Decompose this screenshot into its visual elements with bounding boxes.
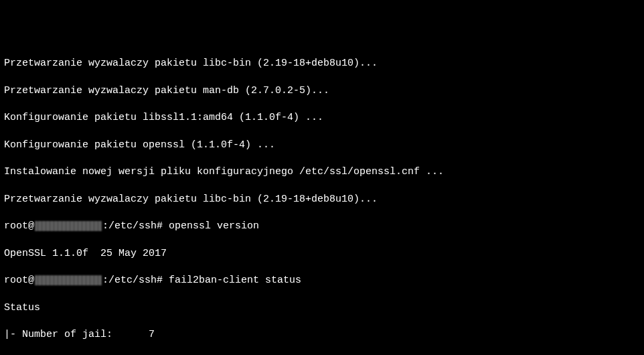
output-line: Przetwarzanie wyzwalaczy pakietu libc-bi… — [4, 57, 640, 70]
redacted-hostname — [35, 221, 102, 231]
prompt-user: root@ — [4, 275, 34, 286]
prompt-line: root@:/etc/ssh# fail2ban-client status — [4, 274, 640, 287]
prompt-path: :/etc/ssh# — [102, 275, 163, 286]
prompt-path: :/etc/ssh# — [102, 220, 163, 232]
output-line: Status — [4, 301, 640, 315]
output-line: Konfigurowanie pakietu openssl (1.1.0f-4… — [4, 139, 640, 152]
output-line: Instalowanie nowej wersji pliku konfigur… — [4, 165, 640, 179]
command-text: fail2ban-client status — [163, 275, 301, 286]
redacted-hostname — [35, 275, 102, 285]
output-line: Konfigurowanie pakietu libssl1.1:amd64 (… — [4, 111, 640, 125]
output-line: Przetwarzanie wyzwalaczy pakietu libc-bi… — [4, 193, 640, 206]
output-line: OpenSSL 1.1.0f 25 May 2017 — [4, 247, 640, 261]
prompt-line: root@:/etc/ssh# openssl version — [4, 220, 640, 233]
output-line: Przetwarzanie wyzwalaczy pakietu man-db … — [4, 84, 640, 98]
command-text: openssl version — [163, 220, 259, 232]
prompt-user: root@ — [4, 220, 34, 232]
output-line: |- Number of jail: 7 — [4, 328, 640, 342]
